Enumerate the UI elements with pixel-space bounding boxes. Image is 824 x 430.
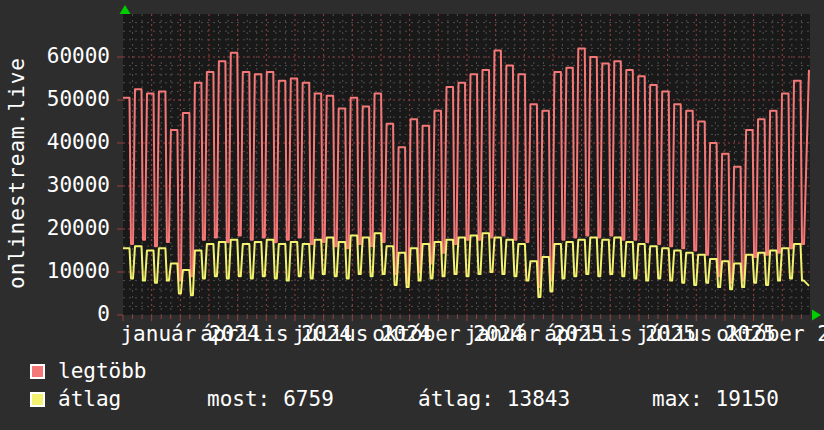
axis-arrow-right-icon (812, 310, 821, 321)
stat-max-value: 19150 (716, 387, 779, 411)
rrd-graph: onlinestream.live 60000 50000 40000 3000… (0, 0, 824, 430)
stat-atlag-value: 13843 (507, 387, 570, 411)
y-axis-label: 10000 (0, 261, 110, 282)
legend-swatch-avg (30, 392, 45, 407)
legend-swatch-max (30, 364, 45, 379)
stat-most-label: most: (207, 387, 270, 411)
y-axis-label: 40000 (0, 132, 110, 153)
x-axis-label: október 2025 (716, 324, 824, 345)
stat-max: max:19150 (652, 389, 779, 410)
y-axis-label: 20000 (0, 218, 110, 239)
legend-label-max: legtöbb (58, 361, 147, 382)
legend-label-avg: átlag (58, 389, 121, 410)
stat-atlag: átlag:13843 (418, 389, 570, 410)
y-axis-label: 60000 (0, 46, 110, 67)
stat-most: most:6759 (207, 389, 334, 410)
stat-atlag-label: átlag: (418, 387, 494, 411)
data-series (123, 48, 809, 297)
y-axis-label: 0 (0, 304, 110, 325)
axis-arrow-up-icon (120, 5, 131, 14)
y-axis-label: 50000 (0, 89, 110, 110)
stat-max-label: max: (652, 387, 703, 411)
y-axis-label: 30000 (0, 175, 110, 196)
stat-most-value: 6759 (283, 387, 334, 411)
